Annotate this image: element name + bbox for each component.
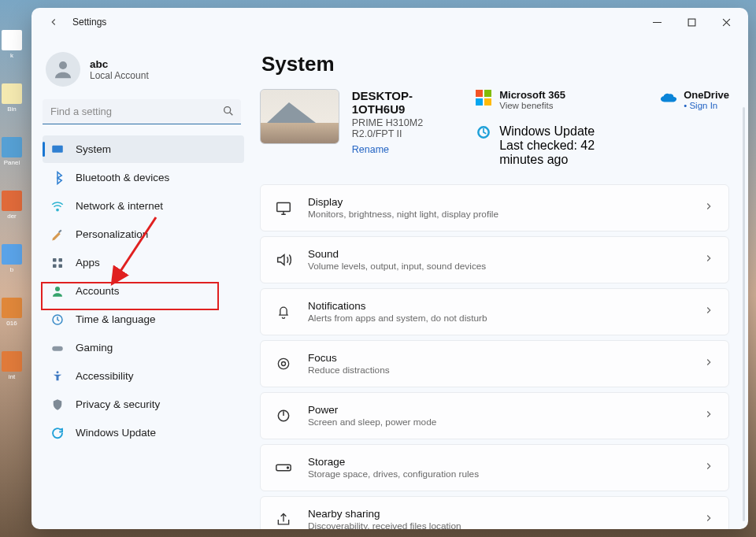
apps-icon — [50, 256, 65, 270]
update-title: Windows Update — [499, 124, 638, 139]
sidebar-item-label: Gaming — [76, 342, 113, 354]
chevron-right-icon — [703, 305, 714, 319]
sidebar-item-system[interactable]: System — [43, 135, 244, 163]
display-icon — [275, 199, 292, 217]
svg-point-2 — [224, 107, 231, 113]
card-sound[interactable]: SoundVolume levels, output, input, sound… — [260, 236, 729, 283]
sidebar-item-label: System — [76, 143, 111, 155]
focus-icon — [275, 355, 292, 372]
chevron-right-icon — [703, 461, 714, 475]
shield-icon — [50, 398, 65, 412]
desktop-icon-strip: k Bin Panel der b 016 int — [2, 30, 25, 405]
person-icon — [50, 284, 65, 298]
brush-icon — [50, 228, 65, 242]
power-icon — [275, 407, 292, 424]
globe-clock-icon — [50, 313, 65, 327]
page-title: System — [261, 52, 729, 76]
bluetooth-icon — [50, 171, 65, 185]
account-header[interactable]: abc Local Account — [43, 47, 244, 98]
update-sub: Last checked: 42 minutes ago — [499, 139, 638, 167]
chevron-right-icon — [703, 357, 714, 371]
svg-point-1 — [59, 61, 67, 69]
main-panel: System DESKTOP-1OTH6U9 PRIME H310M2 R2.0… — [252, 36, 748, 529]
svg-point-24 — [287, 467, 289, 468]
sidebar-item-update[interactable]: Windows Update — [43, 419, 244, 446]
card-display[interactable]: DisplayMonitors, brightness, night light… — [260, 184, 729, 231]
sidebar-item-label: Apps — [76, 257, 100, 268]
svg-rect-12 — [52, 346, 63, 350]
account-subtitle: Local Account — [90, 70, 149, 81]
sidebar-item-label: Personalization — [76, 228, 148, 240]
svg-point-20 — [278, 358, 288, 368]
sidebar-nav: System Bluetooth & devices Network & int… — [43, 135, 244, 446]
chevron-right-icon — [703, 513, 714, 527]
back-button[interactable] — [43, 11, 65, 33]
minimize-button[interactable] — [639, 10, 674, 34]
sidebar-item-network[interactable]: Network & internet — [43, 192, 244, 220]
close-button[interactable] — [709, 10, 743, 34]
sidebar-item-label: Network & internet — [76, 200, 163, 212]
sidebar-item-time[interactable]: Time & language — [43, 306, 244, 333]
device-row: DESKTOP-1OTH6U9 PRIME H310M2 R2.0/FPT II… — [260, 89, 729, 167]
card-storage[interactable]: StorageStorage space, drives, configurat… — [260, 444, 729, 491]
sidebar-item-accessibility[interactable]: Accessibility — [43, 362, 244, 390]
svg-rect-16 — [476, 98, 483, 106]
device-thumbnail[interactable] — [260, 89, 339, 144]
avatar — [46, 52, 80, 87]
svg-point-21 — [282, 362, 286, 366]
svg-rect-17 — [484, 98, 491, 106]
svg-rect-7 — [59, 258, 63, 262]
wifi-icon — [50, 199, 65, 213]
sidebar-item-bluetooth[interactable]: Bluetooth & devices — [43, 164, 244, 191]
svg-point-4 — [57, 209, 58, 210]
account-name: abc — [90, 58, 149, 70]
scrollbar[interactable] — [743, 107, 745, 521]
accessibility-icon — [50, 369, 65, 383]
sidebar-item-label: Privacy & security — [76, 398, 160, 410]
update-icon — [50, 426, 65, 440]
svg-rect-8 — [53, 264, 57, 268]
onedrive-title: OneDrive — [684, 89, 729, 101]
sidebar-item-label: Accessibility — [76, 370, 134, 382]
svg-rect-0 — [688, 19, 695, 26]
sidebar-item-accounts[interactable]: Accounts — [43, 277, 244, 305]
onedrive-tile[interactable]: OneDrive • Sign In — [660, 89, 729, 167]
onedrive-icon — [660, 90, 676, 106]
svg-rect-6 — [53, 258, 57, 262]
sidebar-item-apps[interactable]: Apps — [43, 249, 244, 276]
svg-rect-15 — [484, 90, 491, 97]
svg-point-10 — [55, 287, 60, 291]
update-icon — [476, 124, 491, 143]
card-focus[interactable]: FocusReduce distractions — [260, 340, 729, 387]
maximize-button[interactable] — [674, 10, 709, 34]
card-notifications[interactable]: NotificationsAlerts from apps and system… — [260, 288, 729, 335]
windows-update-tile[interactable]: Windows Update Last checked: 42 minutes … — [476, 124, 638, 167]
svg-rect-3 — [52, 145, 63, 152]
storage-icon — [275, 459, 292, 476]
sidebar-item-label: Accounts — [76, 285, 120, 297]
card-nearby[interactable]: Nearby sharingDiscoverability, received … — [260, 496, 729, 529]
search-input[interactable] — [43, 99, 241, 124]
sidebar-item-privacy[interactable]: Privacy & security — [43, 391, 244, 418]
device-model: PRIME H310M2 R2.0/FPT II — [352, 117, 463, 139]
sidebar-item-gaming[interactable]: Gaming — [43, 334, 244, 361]
chevron-right-icon — [703, 253, 714, 267]
rename-link[interactable]: Rename — [352, 144, 389, 155]
onedrive-signin[interactable]: • Sign In — [684, 101, 729, 110]
sidebar-item-label: Time & language — [76, 313, 156, 325]
settings-card-list: DisplayMonitors, brightness, night light… — [260, 184, 729, 529]
card-power[interactable]: PowerScreen and sleep, power mode — [260, 392, 729, 439]
share-icon — [275, 511, 292, 528]
gamepad-icon — [50, 341, 65, 355]
ms365-tile[interactable]: Microsoft 365 View benefits — [476, 89, 638, 110]
device-name: DESKTOP-1OTH6U9 — [352, 89, 463, 116]
sidebar-item-label: Windows Update — [76, 427, 156, 439]
ms365-sub: View benefits — [499, 101, 565, 110]
sidebar-item-personalization[interactable]: Personalization — [43, 220, 244, 248]
svg-rect-19 — [277, 203, 291, 212]
svg-rect-9 — [59, 264, 63, 268]
titlebar: Settings — [32, 8, 748, 36]
svg-rect-14 — [476, 90, 483, 97]
chevron-right-icon — [703, 409, 714, 423]
window-title: Settings — [72, 17, 106, 28]
